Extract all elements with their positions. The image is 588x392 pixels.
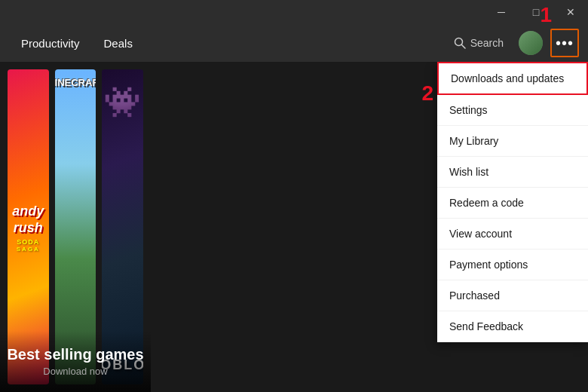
nav-productivity[interactable]: Productivity bbox=[9, 24, 92, 62]
menu-feedback[interactable]: Send Feedback bbox=[437, 311, 588, 342]
more-icon: ••• bbox=[556, 35, 574, 52]
games-text-overlay: Best selling games Download now bbox=[0, 331, 151, 392]
search-button[interactable]: Search bbox=[443, 24, 514, 62]
download-now-subtitle: Download now bbox=[0, 366, 151, 377]
close-button[interactable]: ✕ bbox=[553, 0, 588, 24]
search-label: Search bbox=[470, 37, 504, 49]
menu-library[interactable]: My Library bbox=[437, 126, 588, 157]
main-content: andy rush SODA SAGA MINECRAFT 👾 bbox=[0, 62, 588, 392]
maximize-button[interactable]: □ bbox=[519, 0, 553, 24]
menu-account[interactable]: View account bbox=[437, 219, 588, 250]
svg-line-1 bbox=[461, 45, 465, 49]
menu-payment[interactable]: Payment options bbox=[437, 250, 588, 280]
more-button[interactable]: ••• bbox=[550, 29, 579, 57]
menu-settings[interactable]: Settings bbox=[437, 95, 588, 126]
minimize-button[interactable]: ─ bbox=[484, 0, 519, 24]
nav-deals[interactable]: Deals bbox=[92, 24, 145, 62]
menu-purchased[interactable]: Purchased bbox=[437, 280, 588, 311]
window-controls: ─ □ ✕ bbox=[484, 0, 588, 24]
menu-redeem[interactable]: Redeem a code bbox=[437, 188, 588, 219]
nav-bar: Productivity Deals Search ••• bbox=[0, 24, 588, 62]
avatar[interactable] bbox=[519, 31, 543, 55]
menu-wishlist[interactable]: Wish list bbox=[437, 157, 588, 188]
dropdown-menu: Downloads and updates Settings My Librar… bbox=[437, 62, 588, 342]
title-bar: ─ □ ✕ bbox=[0, 0, 588, 24]
minecraft-logo: MINECRAFT bbox=[55, 75, 96, 90]
search-icon bbox=[454, 37, 466, 49]
best-selling-title: Best selling games bbox=[0, 346, 151, 363]
menu-downloads[interactable]: Downloads and updates bbox=[437, 62, 588, 95]
